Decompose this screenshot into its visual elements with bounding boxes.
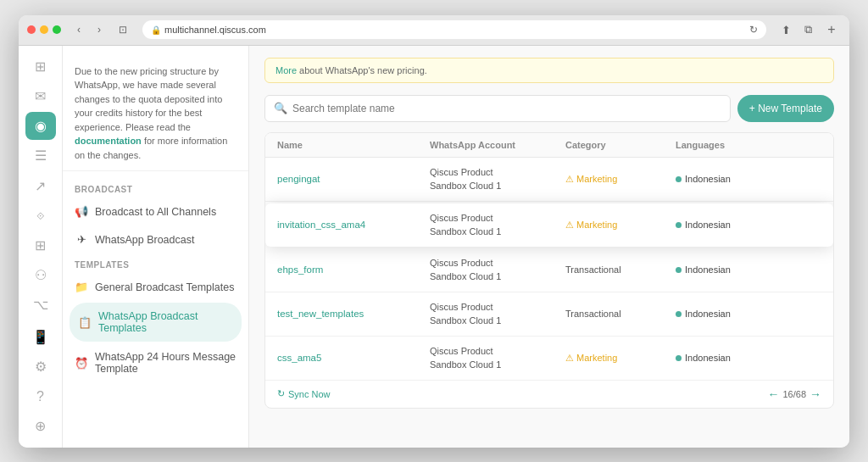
sync-button[interactable]: ↻ Sync Now (277, 388, 331, 399)
language-cell-highlighted: Indonesian (676, 220, 731, 230)
sidebar-item-label-general: General Broadcast Templates (95, 281, 234, 293)
forward-button[interactable]: › (90, 20, 108, 39)
sync-label: Sync Now (288, 389, 331, 399)
category-badge: ⚠ Marketing (565, 353, 617, 364)
whatsapp-broadcast-icon: ✈ (75, 233, 88, 246)
sidebar-icon-chart[interactable]: ↗ (25, 171, 56, 199)
sidebar-item-label-broadcast-all: Broadcast to All Channels (95, 206, 216, 218)
template-name-link[interactable]: ehps_form (277, 264, 323, 275)
notice-link[interactable]: documentation (75, 136, 142, 146)
content-inner: More about WhatsApp's new pricing. 🔍 + N… (249, 46, 849, 448)
table-row: css_ama5 Qiscus ProductSandbox Cloud 1 ⚠… (265, 337, 833, 381)
language-cell: Indonesian (676, 309, 731, 319)
language-cell: Indonesian (676, 264, 731, 275)
category-badge: Transactional (565, 264, 621, 275)
toolbar-actions: ⬆ ⧉ (776, 20, 817, 39)
close-dot[interactable] (27, 25, 36, 34)
sidebar-icon-help[interactable]: ? (25, 382, 56, 410)
table-footer: ↻ Sync Now ← 16/68 → (265, 381, 833, 408)
table-row: pengingat Qiscus ProductSandbox Cloud 1 … (265, 158, 833, 202)
browser-window: ‹ › ⊡ 🔒 multichannel.qiscus.com ↻ ⬆ ⧉ + … (19, 15, 849, 448)
pagination: ← 16/68 → (767, 387, 821, 401)
sidebar-icon-settings[interactable]: ⊕ (25, 412, 56, 440)
sidebar-item-label-wa24: WhatsApp 24 Hours Message Template (95, 351, 236, 375)
main-content: More about WhatsApp's new pricing. 🔍 + N… (249, 46, 849, 448)
new-template-button[interactable]: + New Template (737, 95, 834, 122)
col-account: WhatsApp Account (430, 140, 565, 150)
col-languages: Languages (676, 140, 821, 150)
broadcast-section-label: BROADCAST (63, 178, 248, 198)
maximize-dot[interactable] (53, 25, 61, 34)
account-cell-highlighted: Qiscus ProductSandbox Cloud 1 (430, 211, 565, 239)
layout-toggle[interactable]: ⊡ (114, 20, 132, 39)
table-row-highlighted: invitation_css_ama4 Qiscus ProductSandbo… (265, 203, 833, 247)
duplicate-button[interactable]: ⧉ (798, 20, 817, 39)
main-sidebar: Due to the new pricing structure by What… (63, 46, 249, 448)
account-cell: Qiscus ProductSandbox Cloud 1 (430, 300, 565, 328)
sidebar-notice: Due to the new pricing structure by What… (63, 56, 248, 172)
account-cell: Qiscus ProductSandbox Cloud 1 (430, 256, 565, 284)
sidebar-item-general-templates[interactable]: 📁 General Broadcast Templates (63, 273, 248, 301)
col-name: Name (277, 140, 430, 150)
table-row: test_new_templates Qiscus ProductSandbox… (265, 292, 833, 337)
account-cell: Qiscus ProductSandbox Cloud 1 (430, 165, 565, 193)
icon-sidebar: ⊞ ✉ ◉ ☰ ↗ ⟐ ⊞ ⚇ ⌥ 📱 ⚙ ? ⊕ (19, 46, 63, 448)
share-button[interactable]: ⬆ (776, 20, 795, 39)
sidebar-icon-layout[interactable]: ⊞ (25, 53, 56, 81)
col-category: Category (565, 140, 676, 150)
search-icon: 🔍 (274, 102, 287, 114)
sidebar-item-whatsapp-broadcast[interactable]: ✈ WhatsApp Broadcast (63, 225, 248, 253)
language-cell: Indonesian (676, 174, 731, 184)
sidebar-icon-tools[interactable]: ⚙ (25, 353, 56, 381)
language-cell: Indonesian (676, 353, 731, 363)
address-bar: 🔒 multichannel.qiscus.com ↻ (142, 20, 766, 39)
templates-section-label: TEMPLATES (63, 253, 248, 273)
sidebar-icon-label[interactable]: ⌥ (25, 291, 56, 319)
whatsapp-templates-icon: 📋 (78, 316, 92, 329)
browser-toolbar: ‹ › ⊡ 🔒 multichannel.qiscus.com ↻ ⬆ ⧉ + (19, 15, 849, 46)
account-cell: Qiscus ProductSandbox Cloud 1 (430, 344, 565, 372)
sidebar-item-label-whatsapp: WhatsApp Broadcast (95, 234, 194, 246)
nav-arrows: ‹ › (70, 20, 108, 39)
wa24-templates-icon: ⏰ (75, 357, 88, 370)
sidebar-icon-phone[interactable]: 📱 (25, 323, 56, 351)
window-controls (27, 25, 61, 34)
prev-page-button[interactable]: ← (767, 387, 779, 401)
template-name-link[interactable]: test_new_templates (277, 309, 364, 319)
template-name-link[interactable]: pengingat (277, 174, 320, 184)
sidebar-icon-mail[interactable]: ✉ (25, 82, 56, 110)
browser-content: ⊞ ✉ ◉ ☰ ↗ ⟐ ⊞ ⚇ ⌥ 📱 ⚙ ? ⊕ Due to the new… (19, 46, 849, 448)
general-templates-icon: 📁 (75, 281, 88, 293)
back-button[interactable]: ‹ (70, 20, 88, 39)
sidebar-icon-grid[interactable]: ⊞ (25, 231, 56, 259)
sidebar-icon-share[interactable]: ⟐ (25, 202, 56, 230)
next-page-button[interactable]: → (810, 387, 821, 401)
sidebar-icon-broadcast[interactable]: ◉ (25, 112, 56, 140)
template-name-link[interactable]: css_ama5 (277, 353, 321, 363)
pagination-text: 16/68 (782, 389, 806, 399)
template-name-link-highlighted[interactable]: invitation_css_ama4 (277, 220, 365, 230)
sidebar-icon-person[interactable]: ⚇ (25, 261, 56, 289)
new-template-label: + New Template (749, 103, 822, 114)
sidebar-item-whatsapp-templates[interactable]: 📋 WhatsApp Broadcast Templates (70, 303, 242, 342)
sidebar-item-wa24-templates[interactable]: ⏰ WhatsApp 24 Hours Message Template (63, 343, 248, 382)
broadcast-all-icon: 📢 (75, 205, 88, 218)
lock-icon: 🔒 (151, 25, 161, 35)
category-badge: ⚠ Marketing (565, 174, 617, 185)
url-text: multichannel.qiscus.com (164, 25, 266, 35)
refresh-button[interactable]: ↻ (749, 24, 758, 36)
sidebar-item-broadcast-all[interactable]: 📢 Broadcast to All Channels (63, 198, 248, 225)
sync-icon: ↻ (277, 388, 285, 399)
search-box: 🔍 (264, 95, 731, 122)
minimize-dot[interactable] (40, 25, 48, 34)
search-input[interactable] (292, 103, 721, 114)
table-header: Name WhatsApp Account Category Languages (265, 133, 833, 158)
new-tab-button[interactable]: + (822, 20, 841, 39)
notice-text: Due to the new pricing structure by What… (75, 66, 222, 132)
category-badge-highlighted: ⚠ Marketing (565, 220, 617, 231)
more-link[interactable]: More (275, 65, 297, 75)
sidebar-icon-list[interactable]: ☰ (25, 142, 56, 170)
sidebar-item-label-wa-templates: WhatsApp Broadcast Templates (98, 310, 233, 334)
content-toolbar: 🔍 + New Template (264, 95, 834, 122)
notice-suffix-text: about WhatsApp's new pricing. (297, 65, 427, 75)
